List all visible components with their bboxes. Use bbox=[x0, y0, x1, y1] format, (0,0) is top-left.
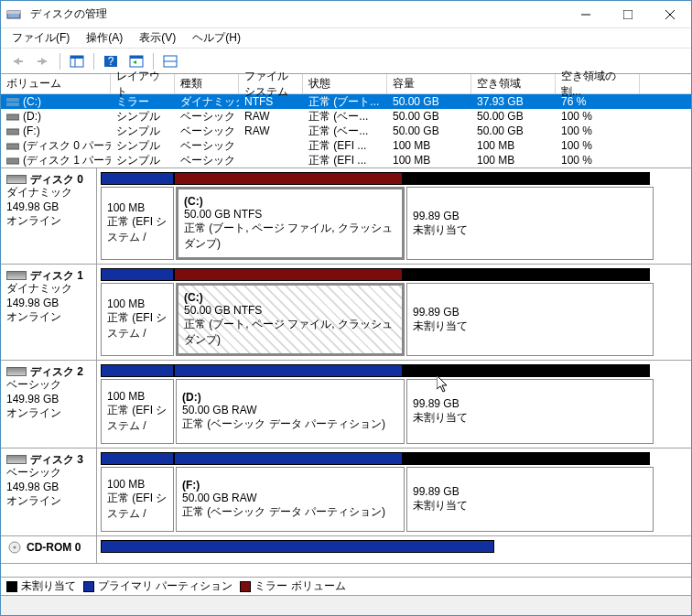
disk-icon bbox=[6, 455, 27, 464]
volume-layout: シンプル bbox=[111, 109, 175, 124]
partition-box[interactable]: 99.89 GB未割り当て bbox=[406, 379, 654, 444]
volume-row[interactable]: (F:)シンプルベーシックRAW正常 (ベー...50.00 GB50.00 G… bbox=[1, 124, 691, 138]
disk-size: 149.98 GB bbox=[6, 200, 91, 213]
partition-size: 99.89 GB bbox=[413, 306, 647, 319]
partition-box[interactable]: (C:)50.00 GB NTFS正常 (ブート, ページ ファイル, クラッシ… bbox=[176, 187, 405, 260]
back-button[interactable] bbox=[6, 51, 28, 71]
col-free-pct[interactable]: 空き領域の割... bbox=[556, 74, 640, 93]
partition-box[interactable]: 99.89 GB未割り当て bbox=[406, 283, 654, 356]
disk-header: CD-ROM 0 bbox=[1, 536, 97, 563]
legend-unallocated: 未割り当て bbox=[21, 578, 76, 594]
volume-free-pct: 100 % bbox=[556, 154, 640, 167]
swatch-unallocated bbox=[6, 581, 17, 592]
partition-box[interactable]: 99.89 GB未割り当て bbox=[406, 187, 654, 260]
menu-action[interactable]: 操作(A) bbox=[79, 28, 130, 48]
partition-size: 50.00 GB RAW bbox=[182, 404, 398, 416]
volume-capacity: 50.00 GB bbox=[387, 124, 471, 137]
disk-icon bbox=[6, 175, 27, 184]
col-status[interactable]: 状態 bbox=[303, 74, 387, 93]
volume-layout: シンプル bbox=[111, 138, 175, 154]
partition-box[interactable]: (D:)50.00 GB RAW正常 (ベーシック データ パーティション) bbox=[176, 379, 405, 444]
disk-size: 149.98 GB bbox=[6, 297, 91, 309]
window-title: ディスクの管理 bbox=[27, 6, 565, 22]
svg-point-24 bbox=[14, 546, 16, 549]
menu-view[interactable]: 表示(V) bbox=[132, 28, 183, 48]
volume-fs: RAW bbox=[239, 110, 303, 123]
volume-icon bbox=[6, 112, 19, 121]
disk-state: オンライン bbox=[6, 405, 91, 421]
volume-fs: RAW bbox=[239, 124, 303, 137]
partition-box[interactable]: 100 MB正常 (EFI システム / bbox=[101, 379, 174, 444]
disk-row[interactable]: ディスク 1ダイナミック149.98 GBオンライン100 MB正常 (EFI … bbox=[1, 265, 691, 361]
disk-type: ダイナミック bbox=[6, 281, 91, 297]
volume-type: ベーシック bbox=[175, 109, 239, 124]
partition-status: 正常 (EFI システム / bbox=[107, 214, 168, 245]
disk-row[interactable]: ディスク 3ベーシック149.98 GBオンライン100 MB正常 (EFI シ… bbox=[1, 448, 691, 536]
partition-status: 正常 (ブート, ページ ファイル, クラッシュ ダンプ) bbox=[184, 317, 396, 348]
svg-rect-18 bbox=[6, 103, 19, 106]
volume-free: 100 MB bbox=[471, 154, 556, 167]
status-bar bbox=[1, 595, 691, 615]
col-free[interactable]: 空き領域 bbox=[471, 74, 556, 93]
disk-header: ディスク 1ダイナミック149.98 GBオンライン bbox=[1, 265, 97, 360]
disk-header: ディスク 0ダイナミック149.98 GBオンライン bbox=[1, 168, 97, 264]
disk-row[interactable]: ディスク 0ダイナミック149.98 GBオンライン100 MB正常 (EFI … bbox=[1, 168, 691, 265]
menu-bar: ファイル(F) 操作(A) 表示(V) ヘルプ(H) bbox=[1, 28, 691, 49]
disk-icon bbox=[6, 367, 27, 376]
maximize-button[interactable] bbox=[607, 1, 649, 27]
partition-box[interactable]: 100 MB正常 (EFI システム / bbox=[101, 283, 174, 356]
close-button[interactable] bbox=[649, 1, 691, 27]
volume-type: ベーシック bbox=[175, 124, 239, 139]
minimize-button[interactable] bbox=[565, 1, 607, 27]
volume-name: (D:) bbox=[23, 110, 41, 123]
partition-label: (D:) bbox=[182, 391, 398, 404]
legend: 未割り当て プライマリ パーティション ミラー ボリューム bbox=[1, 577, 691, 595]
partition-size: 50.00 GB NTFS bbox=[184, 304, 396, 317]
menu-file[interactable]: ファイル(F) bbox=[5, 28, 77, 48]
partition-box[interactable]: 100 MB正常 (EFI システム / bbox=[101, 467, 174, 532]
volume-free: 50.00 GB bbox=[471, 124, 556, 137]
partition-size: 99.89 GB bbox=[413, 210, 647, 222]
svg-text:?: ? bbox=[108, 55, 114, 68]
volume-free: 37.93 GB bbox=[471, 95, 556, 108]
volume-status: 正常 (ブート... bbox=[303, 94, 387, 110]
menu-help[interactable]: ヘルプ(H) bbox=[185, 28, 248, 48]
disk-color-bar bbox=[101, 172, 687, 185]
col-capacity[interactable]: 容量 bbox=[387, 74, 471, 93]
partition-box[interactable]: (C:)50.00 GB NTFS正常 (ブート, ページ ファイル, クラッシ… bbox=[176, 283, 405, 356]
disk-state: オンライン bbox=[6, 493, 91, 509]
disk-color-bar bbox=[101, 540, 687, 553]
show-hide-console-tree-button[interactable] bbox=[66, 51, 88, 71]
volume-status: 正常 (EFI ... bbox=[303, 138, 387, 154]
volume-type: ダイナミック bbox=[175, 94, 239, 110]
volume-icon bbox=[6, 126, 19, 135]
disk-row[interactable]: CD-ROM 0 bbox=[1, 536, 691, 564]
volume-icon bbox=[6, 141, 19, 150]
forward-button[interactable] bbox=[32, 51, 54, 71]
volume-layout: シンプル bbox=[111, 153, 175, 168]
legend-primary: プライマリ パーティション bbox=[98, 578, 232, 594]
volume-row[interactable]: (ディスク 0 パーティシ...シンプルベーシック正常 (EFI ...100 … bbox=[1, 138, 691, 153]
volume-icon bbox=[6, 97, 19, 106]
col-volume[interactable]: ボリューム bbox=[1, 74, 111, 93]
volume-name: (F:) bbox=[23, 124, 40, 137]
col-layout[interactable]: レイアウト bbox=[111, 74, 175, 93]
partition-box[interactable]: (F:)50.00 GB RAW正常 (ベーシック データ パーティション) bbox=[176, 467, 405, 532]
volume-row[interactable]: (ディスク 1 パーティシ...シンプルベーシック正常 (EFI ...100 … bbox=[1, 153, 691, 168]
partition-box[interactable]: 100 MB正常 (EFI システム / bbox=[101, 187, 174, 260]
disk-color-bar bbox=[101, 452, 687, 465]
disk-state: オンライン bbox=[6, 309, 91, 325]
disk-color-bar bbox=[101, 364, 687, 377]
col-filesystem[interactable]: ファイル システム bbox=[239, 74, 303, 93]
partition-status: 正常 (EFI システム / bbox=[107, 491, 168, 522]
disk-map[interactable]: ディスク 0ダイナミック149.98 GBオンライン100 MB正常 (EFI … bbox=[1, 168, 691, 577]
disk-state: オンライン bbox=[6, 213, 91, 229]
partition-box[interactable]: 99.89 GB未割り当て bbox=[406, 467, 654, 532]
disk-type: ベーシック bbox=[6, 465, 91, 481]
swatch-mirror bbox=[240, 581, 251, 592]
disk-row[interactable]: ディスク 2ベーシック149.98 GBオンライン100 MB正常 (EFI シ… bbox=[1, 361, 691, 448]
partition-status: 正常 (ブート, ページ ファイル, クラッシュ ダンプ) bbox=[184, 221, 396, 252]
col-type[interactable]: 種類 bbox=[175, 74, 239, 93]
volume-row[interactable]: (D:)シンプルベーシックRAW正常 (ベー...50.00 GB50.00 G… bbox=[1, 109, 691, 124]
volume-free: 50.00 GB bbox=[471, 110, 556, 123]
